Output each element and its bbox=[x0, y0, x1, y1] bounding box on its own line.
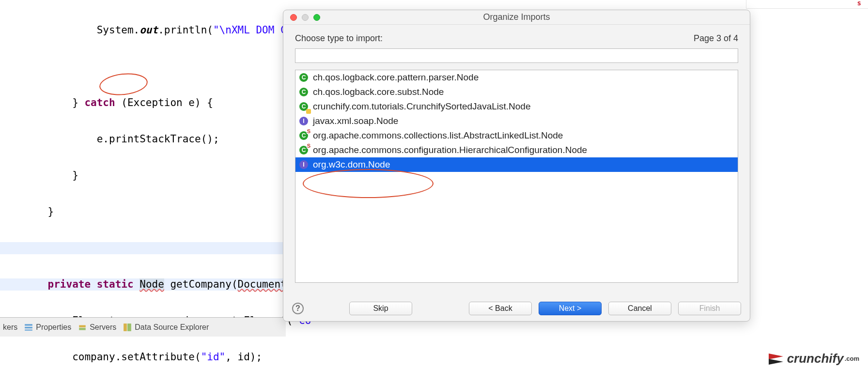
type-option[interactable]: C ch.qos.logback.core.subst.Node bbox=[295, 85, 738, 99]
code-line: } bbox=[0, 169, 286, 182]
code-line: } catch (Exception e) { bbox=[0, 97, 286, 109]
tab-servers[interactable]: Servers bbox=[78, 323, 116, 332]
type-option-label: ch.qos.logback.core.pattern.parser.Node bbox=[313, 72, 479, 83]
svg-rect-1 bbox=[25, 326, 32, 328]
code-line: company.setAttribute("id", id); bbox=[0, 351, 286, 363]
finish-button[interactable]: Finish bbox=[678, 302, 741, 315]
code-line: e.printStackTrace(); bbox=[0, 133, 286, 145]
class-icon: C bbox=[299, 88, 308, 96]
svg-rect-2 bbox=[25, 329, 32, 330]
interface-icon: I bbox=[299, 160, 308, 169]
crunchify-logo: crunchify.com bbox=[769, 351, 859, 366]
svg-rect-6 bbox=[127, 323, 131, 331]
type-option-label: ch.qos.logback.core.subst.Node bbox=[313, 87, 444, 97]
crunchify-mark-icon bbox=[769, 354, 785, 364]
static-badge-icon: S bbox=[307, 128, 311, 134]
bottom-tab-bar: kers Properties Servers Data Source Expl… bbox=[0, 317, 286, 337]
warning-badge-icon bbox=[306, 109, 311, 114]
tab-markers[interactable]: kers bbox=[3, 323, 17, 332]
type-option[interactable]: I javax.xml.soap.Node bbox=[295, 114, 738, 128]
type-list[interactable]: C ch.qos.logback.core.pattern.parser.Nod… bbox=[295, 70, 738, 283]
type-option[interactable]: CS org.apache.commons.configuration.Hier… bbox=[295, 143, 738, 157]
interface-icon: I bbox=[299, 117, 308, 125]
servers-icon bbox=[78, 323, 87, 332]
data-source-icon bbox=[123, 323, 132, 332]
logo-text: crunchify bbox=[787, 351, 844, 366]
type-filter-input[interactable] bbox=[295, 48, 738, 63]
back-button[interactable]: < Back bbox=[469, 302, 532, 315]
organize-imports-dialog: Organize Imports Choose type to import: … bbox=[283, 10, 750, 322]
type-option-label: crunchify.com.tutorials.CrunchifySortedJ… bbox=[313, 101, 531, 112]
dialog-button-row: ? Skip < Back Next > Cancel Finish bbox=[292, 302, 741, 315]
dialog-title: Organize Imports bbox=[283, 12, 750, 22]
code-line: } bbox=[0, 206, 286, 218]
cancel-button[interactable]: Cancel bbox=[608, 302, 671, 315]
logo-suffix: .com bbox=[845, 355, 859, 362]
type-option[interactable]: C crunchify.com.tutorials.CrunchifySorte… bbox=[295, 99, 738, 114]
dialog-titlebar: Organize Imports bbox=[283, 10, 750, 25]
type-option[interactable]: C ch.qos.logback.core.pattern.parser.Nod… bbox=[295, 70, 738, 85]
choose-type-label: Choose type to import: bbox=[295, 33, 383, 44]
type-option-label: org.apache.commons.collections.list.Abst… bbox=[313, 130, 563, 141]
code-line: System.out.println("\nXML DOM Created Su… bbox=[0, 24, 286, 36]
code-line bbox=[0, 61, 286, 73]
skip-button[interactable]: Skip bbox=[349, 302, 412, 315]
type-option-label: javax.xml.soap.Node bbox=[313, 116, 398, 126]
type-option-selected[interactable]: I org.w3c.dom.Node bbox=[295, 157, 738, 172]
code-line: private static Node getCompany(Document … bbox=[0, 278, 286, 291]
svg-rect-4 bbox=[79, 328, 86, 330]
tab-properties[interactable]: Properties bbox=[24, 323, 71, 332]
right-gutter: s bbox=[746, 0, 868, 9]
code-editor[interactable]: System.out.println("\nXML DOM Created Su… bbox=[0, 0, 286, 317]
type-option[interactable]: CS org.apache.commons.collections.list.A… bbox=[295, 128, 738, 143]
class-icon: C bbox=[299, 73, 308, 82]
tab-data-source-explorer[interactable]: Data Source Explorer bbox=[123, 323, 209, 332]
page-indicator: Page 3 of 4 bbox=[694, 33, 738, 44]
type-option-label: org.w3c.dom.Node bbox=[313, 159, 390, 170]
next-button[interactable]: Next > bbox=[539, 302, 602, 315]
static-badge-icon: S bbox=[307, 143, 311, 149]
svg-rect-3 bbox=[79, 325, 86, 327]
code-line bbox=[0, 242, 286, 254]
svg-rect-5 bbox=[124, 323, 127, 331]
svg-rect-0 bbox=[25, 324, 32, 325]
help-button[interactable]: ? bbox=[292, 303, 304, 314]
properties-icon bbox=[24, 323, 33, 332]
type-option-label: org.apache.commons.configuration.Hierarc… bbox=[313, 145, 587, 155]
